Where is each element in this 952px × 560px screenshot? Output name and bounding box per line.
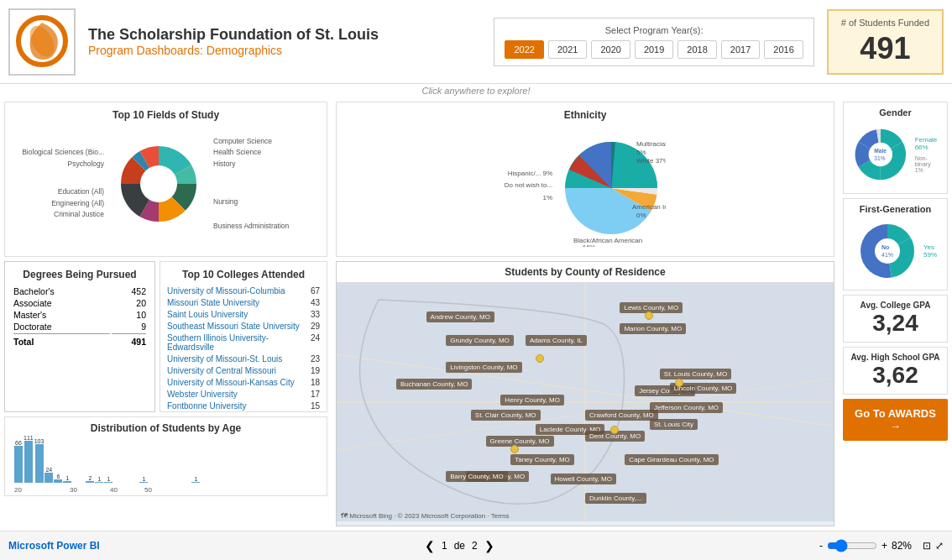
fields-study-title: Top 10 Fields of Study: [12, 109, 320, 121]
age-label-blank2: [33, 486, 41, 494]
degree-value-bachelors: 452: [112, 286, 146, 296]
ethnicity-pie-chart: White 37% Multiracial or Other 5% Black/…: [557, 125, 666, 247]
ethnicity-american-label: American Indian/...: [632, 203, 666, 211]
college-row-3[interactable]: Saint Louis University 33: [167, 308, 320, 320]
firstgen-title: First-Generation: [849, 204, 942, 214]
firstgen-chart-area: No 41% Yes 59%: [849, 217, 942, 285]
college-name-7: University of Central Missouri: [167, 366, 276, 375]
header-text: The Scholarship Foundation of St. Louis …: [88, 26, 481, 57]
field-label-healthsci: Health Science: [213, 147, 297, 159]
college-name-3: Saint Louis University: [167, 310, 248, 319]
college-count-8: 18: [311, 378, 320, 387]
year-btn-2020[interactable]: 2020: [591, 40, 630, 59]
middle-column: Ethnicity Hispanic/... 9% Do not wish to…: [332, 97, 839, 531]
gender-title: Gender: [849, 107, 942, 118]
year-btn-2017[interactable]: 2017: [721, 40, 760, 59]
svg-point-13: [875, 238, 900, 264]
year-btn-2018[interactable]: 2018: [677, 40, 716, 59]
county-stlouiscity: St. Louis City: [650, 419, 698, 430]
age-label-20: 20: [14, 486, 23, 494]
college-row-6[interactable]: University of Missouri-St. Louis 23: [167, 353, 320, 364]
zoom-plus[interactable]: +: [881, 540, 887, 552]
map-dot-2: [536, 354, 544, 363]
college-row-1[interactable]: University of Missouri-Columbia 67: [167, 285, 320, 296]
degrees-table: Bachelor's 452 Associate 20 Master's 10: [12, 285, 148, 348]
age-bar-group-2: 111: [24, 435, 34, 483]
logo-icon: [15, 14, 70, 69]
students-funded-number: 491: [841, 31, 929, 66]
highschool-gpa-label: Avg. High School GPA: [849, 353, 942, 362]
degree-value-masters: 10: [112, 310, 146, 320]
field-label-nursing: Nursing: [213, 196, 297, 208]
map-roads-svg: [337, 283, 834, 521]
powerbi-link[interactable]: Microsoft Power BI: [8, 540, 100, 552]
age-bar-count-66: 66: [15, 440, 22, 446]
age-bar-group-3: 103: [34, 438, 44, 483]
map-title: Students by County of Residence: [337, 262, 834, 283]
degree-value-associate: 20: [112, 298, 146, 308]
gender-legend: Female 66% Non-binary 1%: [915, 136, 942, 173]
college-row-5[interactable]: Southern Illinois University-Edwardsvill…: [167, 332, 320, 353]
college-count-7: 19: [311, 366, 320, 375]
field-label-psychology: Psychology: [12, 159, 104, 170]
gender-nonbinary-pct: 1%: [915, 167, 942, 173]
age-label-blank6: [92, 486, 100, 494]
header: The Scholarship Foundation of St. Louis …: [0, 0, 952, 84]
map-dot-4: [610, 426, 619, 434]
county-greene: Greene County, MO: [486, 436, 554, 447]
college-name-4: Southeast Missouri State University: [167, 322, 300, 331]
age-bar-group-9: 1: [104, 476, 112, 483]
age-label-blank3: [42, 486, 50, 494]
page-prev-button[interactable]: ❮: [425, 539, 435, 552]
ethnicity-labels-left: Hispanic/... 9% Do not wish to... 1%: [505, 168, 552, 204]
college-row-8[interactable]: University of Missouri-Kansas City 18: [167, 376, 320, 388]
map-panel[interactable]: Students by County of Residence: [336, 261, 834, 526]
college-row-7[interactable]: University of Central Missouri 19: [167, 364, 320, 376]
age-bar-count-1e: 1: [194, 476, 197, 482]
college-count-9: 17: [311, 390, 320, 399]
awards-btn-label: Go To AWARDS →: [851, 407, 939, 432]
age-bar-group-4: 24: [44, 467, 53, 483]
college-count-3: 33: [311, 310, 320, 319]
map-dot-3: [675, 379, 683, 387]
ethnicity-multiracial-label: Multiracial or Other: [636, 140, 666, 148]
zoom-slider[interactable]: [827, 539, 877, 552]
zoom-minus[interactable]: -: [819, 540, 823, 552]
field-label-business: Business Administration: [213, 221, 297, 233]
fullscreen-icon[interactable]: ⤢: [935, 540, 944, 552]
year-btn-2021[interactable]: 2021: [548, 40, 587, 59]
ethnicity-black-pct: 44%: [582, 243, 595, 247]
degree-row-associate: Associate 20: [13, 298, 146, 308]
age-axis-labels: 20 30 40 50: [10, 486, 322, 494]
colleges-list: University of Missouri-Columbia 67 Misso…: [167, 285, 320, 411]
logo-box: [8, 8, 76, 76]
map-area: Lewis County, MO Marion County, MO Andre…: [337, 283, 834, 521]
field-label-criminaljustice: Criminal Justice: [12, 209, 104, 221]
go-to-awards-button[interactable]: Go To AWARDS →: [843, 399, 948, 441]
highschool-gpa-panel: Avg. High School GPA 3,62: [843, 347, 948, 395]
year-btn-2019[interactable]: 2019: [635, 40, 673, 59]
degree-row-bachelors: Bachelor's 452: [13, 286, 146, 296]
college-count-6: 23: [311, 354, 320, 364]
age-bar-group-6: 1: [63, 475, 71, 483]
year-btn-2016[interactable]: 2016: [764, 40, 803, 59]
firstgen-legend: Yes 59%: [923, 243, 937, 259]
college-row-2[interactable]: Missouri State University 43: [167, 296, 320, 308]
college-row-4[interactable]: Southeast Missouri State University 29: [167, 320, 320, 332]
gender-donut-chart: Male 31%: [849, 121, 913, 188]
college-name-10: Fontbonne University: [167, 401, 247, 411]
click-anywhere-text: Click anywhere to explore!: [0, 84, 952, 97]
age-bar-count-1c: 1: [107, 476, 110, 482]
county-taney: Taney County, MO: [510, 454, 574, 465]
year-btn-2022[interactable]: 2022: [505, 40, 543, 59]
college-row-10[interactable]: Fontbonne University 15: [167, 400, 320, 411]
age-bar-22: [35, 444, 44, 483]
colleges-title: Top 10 Colleges Attended: [167, 269, 320, 280]
college-row-9[interactable]: Webster University 17: [167, 388, 320, 400]
page-next-button[interactable]: ❯: [484, 539, 494, 552]
gender-female-label: Female: [915, 136, 942, 144]
right-column: Gender: [839, 97, 952, 531]
age-bar-20: [14, 446, 23, 483]
county-dunklin: Dunklin County,...: [585, 493, 646, 504]
fit-to-screen-icon[interactable]: ⊡: [923, 540, 931, 552]
